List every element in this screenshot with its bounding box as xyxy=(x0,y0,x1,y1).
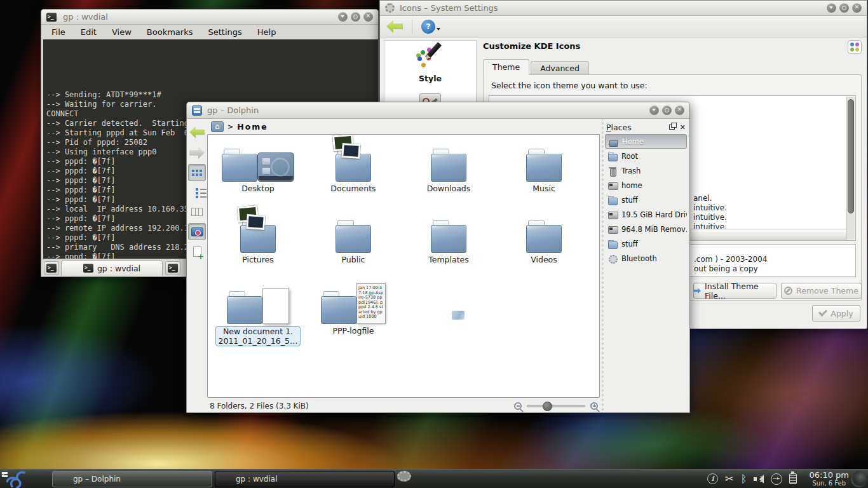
places-item-home[interactable]: Home xyxy=(605,134,687,149)
place-icon xyxy=(607,210,618,220)
konsole-tab[interactable]: >_ gp : wvdial xyxy=(61,261,163,276)
preview-button[interactable] xyxy=(188,223,206,240)
close-button[interactable] xyxy=(363,12,373,22)
place-icon xyxy=(608,137,618,147)
no-entry-icon xyxy=(784,287,792,295)
theme-list-line: anel. xyxy=(693,194,727,203)
minimize-button[interactable] xyxy=(649,105,659,115)
bluetooth-icon[interactable]: ᛒ xyxy=(740,473,747,485)
menu-item[interactable]: Bookmarks xyxy=(147,27,193,37)
system-tray: i ✂ ᛒ xyxy=(707,473,797,485)
stray-thumbnail xyxy=(452,311,465,320)
clock-widget[interactable]: 06:10 pm Sun, 6 Feb xyxy=(809,471,849,487)
home-folder-icon[interactable]: ⌂ xyxy=(211,121,224,132)
volume-icon[interactable] xyxy=(754,475,764,484)
zoom-in-icon[interactable] xyxy=(590,402,598,410)
places-item-trash[interactable]: Trash xyxy=(605,163,687,178)
help-button[interactable]: ? xyxy=(421,20,435,34)
settings-titlebar[interactable]: Icons – System Settings xyxy=(380,1,867,16)
maximize-button[interactable] xyxy=(662,105,672,115)
konsole-menubar: FileEditViewBookmarksSettingsHelp xyxy=(41,25,378,39)
install-theme-button[interactable]: Install Theme File... xyxy=(693,283,776,299)
close-panel-icon[interactable]: ✕ xyxy=(680,123,686,132)
file-label: Templates xyxy=(428,255,469,264)
terminal-icon: >_ xyxy=(46,13,57,22)
folder-music[interactable]: Music xyxy=(496,140,592,211)
tab-advanced[interactable]: Advanced xyxy=(531,61,589,75)
task-dolphin[interactable]: gp – Dolphin xyxy=(52,471,212,487)
folder-public[interactable]: Public xyxy=(306,211,401,282)
overview-icon[interactable] xyxy=(848,40,862,54)
konsole-titlebar[interactable]: >_ gp : wvdial xyxy=(41,10,378,25)
folder-glyph xyxy=(336,225,371,253)
remove-theme-button[interactable]: Remove Theme xyxy=(781,283,862,299)
back-button[interactable] xyxy=(386,20,403,33)
list-scrollbar[interactable] xyxy=(846,97,855,240)
maximize-button[interactable] xyxy=(351,12,360,22)
status-text: 8 Folders, 2 Files (3.3 KiB) xyxy=(210,402,309,410)
file-icon xyxy=(526,214,562,253)
split-view-button[interactable] xyxy=(188,243,206,260)
places-item-hard-drive[interactable]: 19.5 GiB Hard Drive xyxy=(605,207,687,222)
file-ppp-logfile[interactable]: Jan 17 09:47:18 gp-Aspire-5738 pppd[1946… xyxy=(306,282,401,353)
places-item-removable[interactable]: 964.8 MiB Remov… xyxy=(605,222,687,236)
file-icon xyxy=(222,142,294,182)
places-item-root[interactable]: Root xyxy=(605,149,687,163)
folder-documents[interactable]: Documents xyxy=(306,140,401,211)
zoom-slider[interactable] xyxy=(527,405,585,407)
minimize-button[interactable] xyxy=(338,12,348,22)
file-icon xyxy=(336,142,371,182)
file-label: New document 1.2011_01_20_16_5… xyxy=(215,326,301,346)
folder-pictures[interactable]: Pictures xyxy=(210,211,306,282)
menu-item[interactable]: File xyxy=(51,27,65,37)
folder-desktop[interactable]: Desktop xyxy=(210,140,306,211)
usb-device-icon[interactable] xyxy=(771,473,782,485)
zoom-out-icon[interactable] xyxy=(514,402,522,410)
place-label: Bluetooth xyxy=(621,254,657,263)
forward-button[interactable] xyxy=(188,144,206,161)
close-button[interactable] xyxy=(852,3,862,13)
detach-panel-icon[interactable] xyxy=(669,125,675,130)
scrollbar-thumb[interactable] xyxy=(848,99,854,214)
places-item-stuff-2[interactable]: stuff xyxy=(605,236,687,251)
folder-glyph xyxy=(222,154,257,182)
breadcrumb-home[interactable]: Home xyxy=(237,122,268,132)
places-item-bluetooth[interactable]: Bluetooth xyxy=(605,251,687,266)
sidebar-item-style[interactable]: Style xyxy=(384,41,476,83)
zoom-slider-handle[interactable] xyxy=(543,402,552,411)
place-icon xyxy=(607,254,618,264)
task-system-settings[interactable]: Icons – System Settings xyxy=(397,471,411,482)
columns-view-button[interactable] xyxy=(188,203,206,220)
toolbar-button-glyph xyxy=(196,188,198,191)
menu-item[interactable]: View xyxy=(112,27,132,37)
klipper-scissors-icon[interactable]: ✂ xyxy=(725,473,733,485)
file-new-document[interactable]: New document 1.2011_01_20_16_5… xyxy=(210,282,306,353)
apply-button[interactable]: Apply xyxy=(812,305,860,322)
places-item-home-drive[interactable]: home xyxy=(605,178,687,193)
folder-videos[interactable]: Videos xyxy=(496,211,592,282)
folder-glyph xyxy=(431,154,466,182)
task-label: gp – Dolphin xyxy=(73,475,121,484)
plasma-cashew-icon[interactable] xyxy=(851,471,867,487)
menu-item[interactable]: Edit xyxy=(81,27,97,37)
task-wvdial[interactable]: gp : wvdial xyxy=(215,471,395,487)
icons-view-button[interactable] xyxy=(188,164,206,181)
tab-theme[interactable]: Theme xyxy=(483,59,529,75)
details-view-button[interactable] xyxy=(188,184,206,201)
info-icon[interactable]: i xyxy=(707,473,718,484)
dolphin-titlebar[interactable]: gp – Dolphin xyxy=(187,102,689,119)
new-tab-button[interactable]: >_ xyxy=(44,261,59,275)
close-button[interactable] xyxy=(675,105,684,115)
maximize-button[interactable] xyxy=(839,3,849,13)
menu-item[interactable]: Help xyxy=(257,27,276,37)
folder-view[interactable]: Desktop Documents xyxy=(207,134,600,398)
folder-glyph xyxy=(431,225,466,253)
tab-list-button[interactable]: >_ xyxy=(165,261,180,275)
places-item-stuff[interactable]: stuff xyxy=(605,193,687,207)
minimize-button[interactable] xyxy=(827,3,836,13)
folder-templates[interactable]: Templates xyxy=(401,211,496,282)
back-button[interactable] xyxy=(188,123,206,142)
folder-downloads[interactable]: Downloads xyxy=(401,140,496,211)
battery-icon[interactable] xyxy=(789,473,797,484)
menu-item[interactable]: Settings xyxy=(208,27,241,37)
